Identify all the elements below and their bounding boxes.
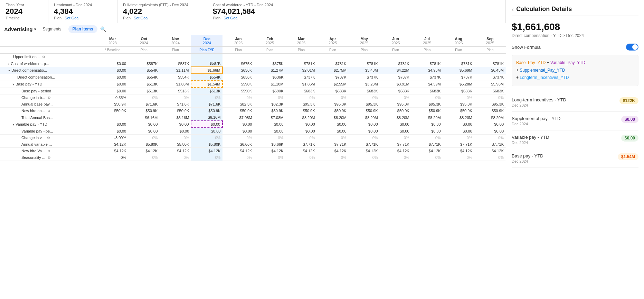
col-dec-2024: Dec2024 bbox=[191, 35, 222, 47]
calc-panel-header: ‹ Calculation Details bbox=[512, 6, 638, 16]
formula-supplemental-pay[interactable]: Supplemental_Pay_YTD bbox=[520, 68, 565, 73]
table-row: Seasonality ... ⚙0%0%0%0%0%0%0%0%0%0%0%0… bbox=[0, 154, 506, 161]
data-table-wrapper: Mar2023 Oct2024 Nov2024 Dec2024 Jan2025 … bbox=[0, 35, 506, 299]
table-row: Direct compensation...$0.00$554K$554K$55… bbox=[0, 74, 506, 81]
kpi-fte-sub: Plan | Set Goal bbox=[123, 16, 201, 20]
formula-variable-pay[interactable]: Variable_Pay_YTD bbox=[550, 60, 585, 65]
formula-base-pay[interactable]: Base_Pay_YTD bbox=[516, 60, 546, 65]
table-row: Base pay - period$0.00$513K$513K$513K$59… bbox=[0, 88, 506, 94]
calc-item[interactable]: Variable pay - YTD Dec 2024 $0.00 bbox=[512, 130, 638, 149]
kpi-cost-sub: Plan | Set Goal bbox=[213, 16, 291, 20]
show-formula-toggle[interactable] bbox=[626, 44, 638, 51]
table-row: New hire an... ⚙$50.9K$50.9K$50.9K$50.9K… bbox=[0, 108, 506, 114]
show-formula-row: Show Formula bbox=[512, 44, 638, 51]
toolbar: Advertising ▾ Segments Plan Items 🔍 bbox=[0, 23, 506, 35]
calc-item-date: Dec 2024 bbox=[512, 141, 549, 145]
col-jul-2025: Jul2025 bbox=[411, 35, 443, 47]
col-sep-2025: Sep2025 bbox=[474, 35, 506, 47]
back-arrow-icon[interactable]: ‹ bbox=[512, 6, 513, 12]
col-apr-2025: Apr2025 bbox=[317, 35, 349, 47]
headcount-set-goal-link[interactable]: Set Goal bbox=[65, 16, 79, 20]
col-jun-2025: Jun2025 bbox=[380, 35, 411, 47]
formula-longterm-incentives[interactable]: Longterm_Incentives_YTD bbox=[520, 75, 569, 80]
calc-item[interactable]: Base pay - YTD Dec 2024 $1.54M bbox=[512, 149, 638, 168]
table-row: Change in v... ⚙-3.09%0%0%0%0%0%0%0%0%0%… bbox=[0, 135, 506, 141]
table-row: Variable pay - pe...$0.00$0.00$0.00$0.00… bbox=[0, 128, 506, 135]
kpi-fte: Full-time equivalents (FTE) - Dec 2024 4… bbox=[117, 0, 207, 23]
kpi-headcount-value: 4,384 bbox=[54, 7, 112, 16]
table-row: Change in b... ⚙0.35%0%0%0%0%0%0%0%0%0%0… bbox=[0, 94, 506, 101]
search-button[interactable]: 🔍 bbox=[100, 26, 106, 32]
gear-icon[interactable]: ⚙ bbox=[42, 55, 45, 59]
table-row: Annual base pay...$50.9K$71.6K$71.6K$71.… bbox=[0, 101, 506, 108]
gear-icon[interactable]: ⚙ bbox=[47, 136, 50, 140]
table-row: Total Annual Bas...$6.16M$6.16M$6.16M$7.… bbox=[0, 114, 506, 121]
department-label[interactable]: Advertising ▾ bbox=[4, 26, 36, 32]
col-oct-2024: Oct2024 bbox=[128, 35, 160, 47]
table-row: Annual variable ...$4.12K$5.80K$5.80K$5.… bbox=[0, 141, 506, 148]
data-table: Mar2023 Oct2024 Nov2024 Dec2024 Jan2025 … bbox=[0, 35, 506, 161]
calc-item-badge: $1.54M bbox=[618, 153, 638, 160]
kpi-fiscal-year-label: Fiscal Year bbox=[6, 3, 42, 7]
col-feb-2025: Feb2025 bbox=[254, 35, 285, 47]
chevron-down-icon: ▾ bbox=[34, 27, 36, 31]
table-row: ▾Direct compensatio...$0.00$554K$1.11M$1… bbox=[0, 67, 506, 74]
kpi-fiscal-year-sub: Timeline bbox=[6, 16, 42, 20]
calc-item-badge: $0.00 bbox=[621, 135, 638, 142]
kpi-fte-value: 4,022 bbox=[123, 7, 201, 16]
table-row: ▾Base pay - YTD$0.00$513K$1.03M$1.54M$59… bbox=[0, 81, 506, 88]
main-content: Fiscal Year 2024 Timeline Headcount - De… bbox=[0, 0, 506, 299]
calc-panel-title: Calculation Details bbox=[516, 6, 572, 13]
calc-item-badge: $122K bbox=[619, 97, 638, 104]
calc-item-date: Dec 2024 bbox=[512, 159, 543, 163]
calc-item-date: Dec 2024 bbox=[512, 122, 560, 126]
calc-item-name: Long-term incentives - YTD bbox=[512, 97, 566, 102]
col-may-2025: May2025 bbox=[349, 35, 380, 47]
tab-plan-items[interactable]: Plan Items bbox=[68, 25, 97, 33]
column-header-row: Mar2023 Oct2024 Nov2024 Dec2024 Jan2025 … bbox=[0, 35, 506, 47]
table-row: ›Cost of workforce - p...$0.00$587K$587K… bbox=[0, 60, 506, 67]
table-row: New hire Va... ⚙$4.12K$4.12K$4.12K$4.12K… bbox=[0, 148, 506, 154]
show-formula-label: Show Formula bbox=[512, 45, 541, 50]
calc-item[interactable]: Long-term incentives - YTD Dec 2024 $122… bbox=[512, 93, 638, 112]
calc-item-name: Variable pay - YTD bbox=[512, 135, 549, 140]
table-row: ▾Variable pay - YTD$0.00$0.00$0.00$0.00$… bbox=[0, 121, 506, 128]
kpi-bar: Fiscal Year 2024 Timeline Headcount - De… bbox=[0, 0, 506, 23]
calc-item-date: Dec 2024 bbox=[512, 103, 566, 107]
gear-icon[interactable]: ⚙ bbox=[47, 149, 50, 153]
kpi-headcount-label: Headcount - Dec 2024 bbox=[54, 3, 112, 7]
col-aug-2025: Aug2025 bbox=[443, 35, 474, 47]
sub-header-row: * Baseline Plan Plan Plan FYE Plan Plan … bbox=[0, 47, 506, 54]
calc-subtitle: Direct compensation - YTD > Dec 2024 bbox=[512, 33, 638, 38]
calc-amount: $1,661,608 bbox=[512, 21, 638, 33]
kpi-fiscal-year-value: 2024 bbox=[6, 7, 42, 16]
row-header-empty bbox=[0, 35, 97, 47]
kpi-cost-label: Cost of workforce - YTD - Dec 2024 bbox=[213, 3, 291, 7]
kpi-fte-label: Full-time equivalents (FTE) - Dec 2024 bbox=[123, 3, 201, 7]
calc-item[interactable]: Supplemental pay - YTD Dec 2024 $0.00 bbox=[512, 112, 638, 130]
table-row: Upper limit on... ⚙ bbox=[0, 54, 506, 60]
kpi-cost-value: $74,021,584 bbox=[213, 7, 291, 16]
kpi-fiscal-year: Fiscal Year 2024 Timeline bbox=[0, 0, 48, 23]
gear-icon[interactable]: ⚙ bbox=[48, 96, 51, 100]
calc-item-badge: $0.00 bbox=[621, 116, 638, 123]
calculation-details-panel: ‹ Calculation Details $1,661,608 Direct … bbox=[506, 0, 644, 299]
calc-item-name: Supplemental pay - YTD bbox=[512, 116, 560, 121]
kpi-headcount-sub: Plan | Set Goal bbox=[54, 16, 112, 20]
calc-item-name: Base pay - YTD bbox=[512, 153, 543, 158]
fte-set-goal-link[interactable]: Set Goal bbox=[134, 16, 149, 20]
kpi-headcount: Headcount - Dec 2024 4,384 Plan | Set Go… bbox=[48, 0, 117, 23]
tab-segments[interactable]: Segments bbox=[39, 25, 66, 33]
cost-set-goal-link[interactable]: Set Goal bbox=[224, 16, 238, 20]
col-jan-2025: Jan2025 bbox=[222, 35, 254, 47]
formula-box: Base_Pay_YTD + Variable_Pay_YTD + Supple… bbox=[512, 55, 638, 86]
col-nov-2024: Nov2024 bbox=[160, 35, 191, 47]
kpi-cost: Cost of workforce - YTD - Dec 2024 $74,0… bbox=[207, 0, 297, 23]
col-mar-2025: Mar2025 bbox=[285, 35, 317, 47]
gear-icon[interactable]: ⚙ bbox=[47, 109, 50, 113]
gear-icon[interactable]: ⚙ bbox=[48, 156, 51, 160]
col-mar-2023: Mar2023 bbox=[97, 35, 128, 47]
